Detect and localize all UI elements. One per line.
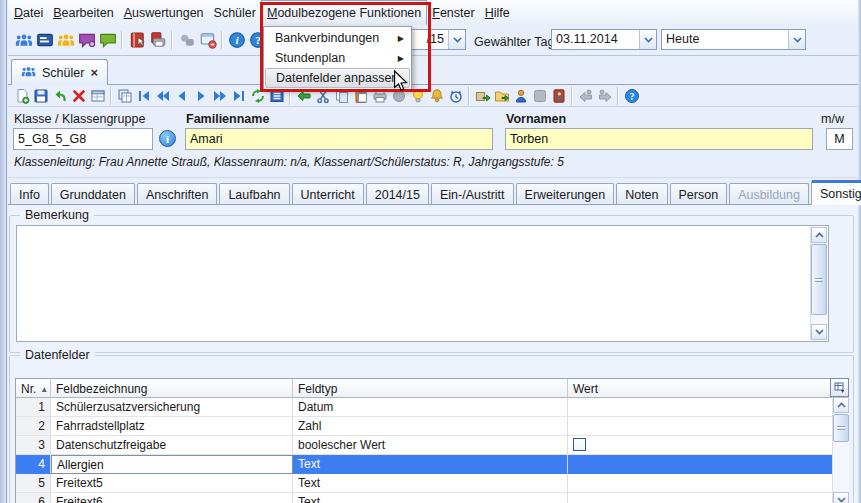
student-photo-icon[interactable] xyxy=(511,87,530,105)
column-picker-button[interactable] xyxy=(830,378,849,397)
table-row[interactable]: 1 Schülerzusatzversicherung Datum xyxy=(16,398,839,417)
export-icon[interactable] xyxy=(473,87,492,105)
cell-feldbezeichnung: Freitext6 xyxy=(51,493,293,503)
menu-datei[interactable]: Datei xyxy=(9,0,48,25)
save-icon[interactable] xyxy=(31,87,50,105)
next-icon[interactable] xyxy=(191,87,210,105)
column-header-wert[interactable]: Wert xyxy=(568,379,839,397)
prior-icon[interactable] xyxy=(172,87,191,105)
info-icon[interactable]: i xyxy=(226,30,247,50)
tab-erweiterungen[interactable]: Erweiterungen xyxy=(516,183,615,205)
column-header-feldbezeichnung[interactable]: Feldbezeichnung xyxy=(51,379,293,397)
window-close-icon[interactable] xyxy=(197,30,218,50)
cell-wert xyxy=(568,436,839,455)
fast-next-icon[interactable] xyxy=(210,87,229,105)
report-book-icon[interactable] xyxy=(126,30,147,50)
combobox-arrow-icon[interactable] xyxy=(639,30,656,49)
datenfelder-legend: Datenfelder xyxy=(20,348,95,362)
teachers-icon[interactable] xyxy=(55,30,76,50)
message-badge-icon[interactable] xyxy=(76,30,97,50)
document-tab-schueler[interactable]: Schüler × xyxy=(11,59,108,85)
tab-laufbahn[interactable]: Laufbahn xyxy=(219,183,289,205)
mw-input[interactable] xyxy=(826,128,853,150)
tab-info[interactable]: Info xyxy=(10,183,49,205)
scroll-down-icon[interactable] xyxy=(811,324,827,340)
combobox-arrow-icon[interactable] xyxy=(448,30,465,49)
cell-feldbezeichnung: Fahrradstellplatz xyxy=(51,417,293,436)
cell-nr: 3 xyxy=(16,436,51,455)
students-icon xyxy=(21,64,36,82)
scrollbar-thumb[interactable] xyxy=(811,244,827,315)
tab-anschriften[interactable]: Anschriften xyxy=(137,183,218,205)
familienname-label: Familienname xyxy=(186,112,269,126)
address-book-icon[interactable] xyxy=(549,87,568,105)
tab-2014-15[interactable]: 2014/15 xyxy=(366,183,429,205)
table-row[interactable]: 6 Freitext6 Text xyxy=(16,493,839,503)
copy-grid-icon[interactable] xyxy=(115,87,134,105)
bemerkung-groupbox: Bemerkung xyxy=(9,215,854,353)
close-tab-icon[interactable]: × xyxy=(90,66,98,79)
gewaehlter-tag-label: Gewählter Tag xyxy=(474,35,554,49)
tab-unterricht[interactable]: Unterricht xyxy=(292,183,364,205)
new-record-icon[interactable] xyxy=(12,87,31,105)
table-row[interactable]: 3 Datenschutzfreigabe boolescher Wert xyxy=(16,436,839,455)
import-folder-icon[interactable] xyxy=(492,87,511,105)
delete-icon[interactable] xyxy=(69,87,88,105)
date-combobox[interactable]: 03.11.2014 xyxy=(551,29,657,50)
cell-feldtyp: Text xyxy=(293,474,568,493)
quick-date-combobox[interactable]: Heute xyxy=(661,29,806,50)
cell-wert xyxy=(568,474,839,493)
cell-wert xyxy=(568,493,839,503)
scroll-up-icon[interactable] xyxy=(811,227,827,243)
familienname-input[interactable] xyxy=(185,128,493,150)
alarm-clock-icon[interactable] xyxy=(446,87,465,105)
toolbar-separator xyxy=(468,87,470,105)
disabled-square-icon xyxy=(530,87,549,105)
bemerkung-scrollbar[interactable] xyxy=(810,227,827,340)
students-icon[interactable] xyxy=(13,30,34,50)
scroll-down-icon[interactable] xyxy=(833,492,849,503)
menu-hilfe[interactable]: Hilfe xyxy=(480,0,515,25)
toolbar-separator xyxy=(221,31,223,49)
menu-fenster[interactable]: Fenster xyxy=(427,0,479,25)
tab-sonstiges[interactable]: Sonstiges xyxy=(811,180,861,205)
menu-schueler[interactable]: Schüler xyxy=(209,0,261,25)
book-print-icon[interactable] xyxy=(147,30,168,50)
menu-bar: Datei Bearbeiten Auswertungen Schüler Mo… xyxy=(8,0,858,25)
scroll-up-icon[interactable] xyxy=(833,397,849,413)
cell-nr: 1 xyxy=(16,398,51,417)
menu-auswertungen[interactable]: Auswertungen xyxy=(119,0,209,25)
wert-checkbox[interactable] xyxy=(573,438,586,451)
undo-icon[interactable] xyxy=(50,87,69,105)
tab-person[interactable]: Person xyxy=(670,183,728,205)
tab-ein-austritt[interactable]: Ein-/Austritt xyxy=(431,183,514,205)
tab-ausbildung: Ausbildung xyxy=(729,183,809,205)
table-scrollbar[interactable] xyxy=(832,397,849,503)
column-header-nr[interactable]: Nr.▲ xyxy=(16,379,51,397)
column-header-feldtyp[interactable]: Feldtyp xyxy=(293,379,568,397)
last-record-icon[interactable] xyxy=(229,87,248,105)
cell-wert xyxy=(568,398,839,417)
edit-grid-icon[interactable] xyxy=(88,87,107,105)
combobox-arrow-icon[interactable] xyxy=(788,30,805,49)
tab-grunddaten[interactable]: Grunddaten xyxy=(51,183,135,205)
bemerkung-textarea[interactable] xyxy=(16,225,829,342)
first-record-icon[interactable] xyxy=(134,87,153,105)
menu-bearbeiten[interactable]: Bearbeiten xyxy=(48,0,118,25)
table-row-selected[interactable]: 4 Allergien Text xyxy=(16,455,839,474)
tab-noten[interactable]: Noten xyxy=(616,183,667,205)
vornamen-input[interactable] xyxy=(505,128,813,150)
message-icon[interactable] xyxy=(97,30,118,50)
help-icon[interactable]: ? xyxy=(622,87,641,105)
toolbar-separator xyxy=(617,87,619,105)
table-row[interactable]: 2 Fahrradstellplatz Zahl xyxy=(16,417,839,436)
fast-prior-icon[interactable] xyxy=(153,87,172,105)
document-tab-label: Schüler xyxy=(42,66,84,80)
classes-icon[interactable] xyxy=(34,30,55,50)
klasse-input[interactable] xyxy=(13,128,153,150)
scrollbar-thumb[interactable] xyxy=(833,414,849,442)
cell-feldbezeichnung-editing[interactable]: Allergien xyxy=(51,455,293,474)
quick-date-value: Heute xyxy=(662,30,788,49)
class-info-icon[interactable]: i xyxy=(159,130,176,147)
table-row[interactable]: 5 Freitext5 Text xyxy=(16,474,839,493)
